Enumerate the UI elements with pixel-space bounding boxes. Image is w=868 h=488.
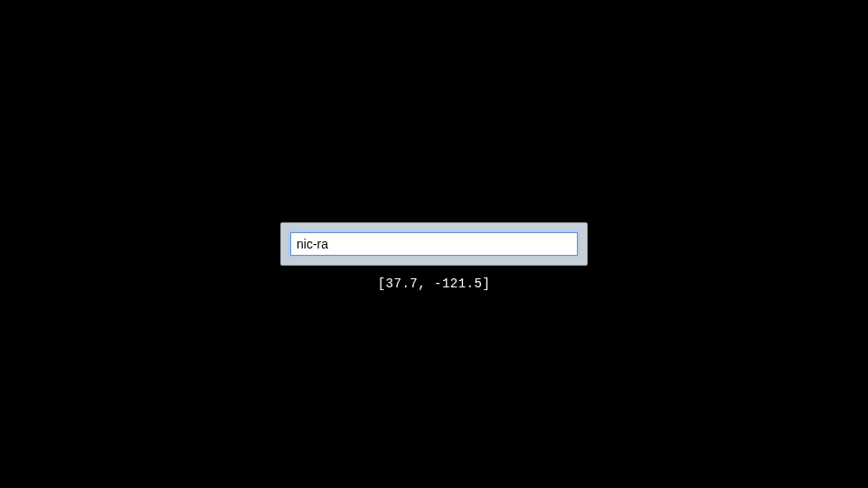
search-container: [280, 222, 588, 266]
search-input[interactable]: [290, 232, 578, 256]
coordinates-readout: [37.7, -121.5]: [378, 277, 491, 291]
